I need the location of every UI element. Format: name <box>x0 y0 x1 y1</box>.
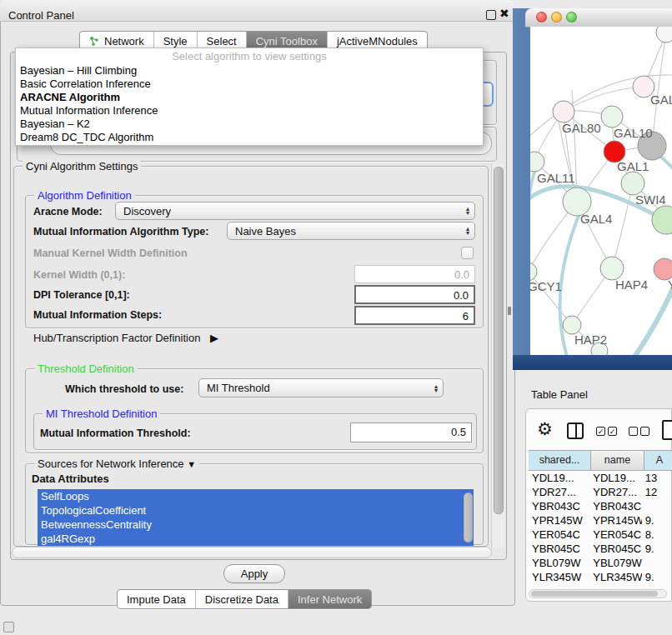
close-traffic-light-icon[interactable] <box>536 12 547 22</box>
tab-impute-data[interactable]: Impute Data <box>118 590 196 608</box>
network-edge-highlighted[interactable] <box>619 283 672 355</box>
table-row[interactable]: YLR345WYLR345W9. <box>529 570 672 584</box>
mi-steps-field[interactable]: 6 <box>354 306 475 325</box>
table-cell: YBL079W <box>589 556 642 570</box>
which-threshold-value: MI Threshold <box>207 382 270 394</box>
select-all-icon[interactable]: ✓✓ <box>596 427 617 436</box>
tab-label: Impute Data <box>127 593 186 606</box>
control-panel-titlebar <box>0 0 515 22</box>
mi-algorithm-type-combobox[interactable]: Naive Bayes ▴▾ <box>227 222 475 240</box>
attributes-scrollbar-thumb[interactable] <box>464 492 473 542</box>
table-cell: 9. <box>642 513 672 528</box>
network-node-gal10[interactable] <box>601 106 623 128</box>
manual-kernel-width-checkbox[interactable] <box>461 247 474 259</box>
table-cell: 13 <box>642 471 672 485</box>
tab-label: Network <box>104 35 144 48</box>
threshold-definition-title: Threshold Definition <box>34 362 138 375</box>
table-cell: 12 <box>642 485 672 499</box>
which-threshold-combobox[interactable]: MI Threshold ▴▾ <box>198 378 444 398</box>
aracne-mode-combobox[interactable]: Discovery ▴▾ <box>115 202 475 220</box>
algorithm-option-mutual-information-inference[interactable]: Mutual Information Inference <box>16 104 483 118</box>
table-row[interactable]: YIL052CYIL052C9 <box>529 584 672 588</box>
table-cell: YBR045C <box>589 542 642 556</box>
table-row[interactable]: YER054CYER054C8. <box>529 528 672 542</box>
attribute-item-gal4rgexp[interactable]: gal4RGexp <box>38 532 474 546</box>
mi-steps-label: Mutual Information Steps: <box>33 309 162 321</box>
table-cell: YDL19... <box>589 471 642 485</box>
network-node-hap2[interactable] <box>563 316 581 334</box>
data-attributes-list[interactable]: SelfLoopsTopologicalCoefficientBetweenne… <box>38 489 474 546</box>
tab-label: Select <box>207 35 237 48</box>
table-cell: YBR045C <box>529 542 589 556</box>
collapsed-panel-icon[interactable] <box>3 622 14 632</box>
minimize-traffic-light-icon[interactable] <box>551 12 562 22</box>
network-node-hap4[interactable] <box>600 257 624 280</box>
table-row[interactable]: YBR043CYBR043C <box>529 499 672 513</box>
column-header-shared[interactable]: shared... <box>529 450 591 471</box>
hub-definition-toggle[interactable]: Hub/Transcription Factor Definition ▶ <box>33 332 218 344</box>
table-cell: YIL052C <box>529 584 589 588</box>
node-label-gal1: GAL1 <box>617 159 649 173</box>
zoom-traffic-light-icon[interactable] <box>566 12 577 22</box>
node-label-gal80: GAL80 <box>562 121 601 135</box>
table-cell: YDR27... <box>589 485 642 499</box>
panel-splitter-handle[interactable] <box>508 307 511 315</box>
which-threshold-label: Which threshold to use: <box>65 383 183 395</box>
network-window-titlebar[interactable] <box>525 8 672 28</box>
close-icon[interactable]: ✖ <box>499 7 509 20</box>
settings-scrollbar-thumb[interactable] <box>494 167 504 514</box>
table-panel-title: Table Panel <box>531 388 588 401</box>
table-row[interactable]: YDR27...YDR27...12 <box>529 485 672 499</box>
dpi-tolerance-field[interactable]: 0.0 <box>354 285 475 304</box>
settings-scrollbar[interactable] <box>491 163 504 548</box>
manual-kernel-width-label: Manual Kernel Width Definition <box>33 248 188 259</box>
algorithm-option-basic-correlation-inference[interactable]: Basic Correlation Inference <box>16 78 483 91</box>
column-header-name[interactable]: name <box>591 450 644 471</box>
apply-button[interactable]: Apply <box>223 564 285 583</box>
cyni-algorithm-settings-title: Cyni Algorithm Settings <box>23 160 141 172</box>
network-canvas[interactable]: GAL7GAL80GAL10GAL1GAL11SWI4GAL4GCY1HAP4Y… <box>530 27 672 355</box>
document-icon[interactable] <box>662 420 672 440</box>
tab-label: jActiveMNodules <box>337 35 418 48</box>
settings-horizontal-scrollbar[interactable] <box>12 547 492 558</box>
network-node-swi4[interactable] <box>652 206 672 234</box>
network-graph[interactable]: GAL7GAL80GAL10GAL1GAL11SWI4GAL4GCY1HAP4Y… <box>530 27 672 355</box>
table-row[interactable]: YBL079WYBL079W <box>529 556 672 570</box>
attribute-item-selfloops[interactable]: SelfLoops <box>38 489 474 503</box>
mi-threshold-definition-title: MI Threshold Definition <box>43 408 160 420</box>
table-row[interactable]: YPR145WYPR145W9. <box>529 513 672 528</box>
network-frame-bottom-border <box>513 355 672 370</box>
float-window-icon[interactable] <box>486 10 496 20</box>
kernel-width-field[interactable]: 0.0 <box>354 265 475 283</box>
algorithm-option-bayesian-k2[interactable]: Bayesian – K2 <box>16 118 483 131</box>
mi-threshold-field[interactable]: 0.5 <box>350 422 472 442</box>
network-node[interactable] <box>656 27 672 42</box>
deselect-all-icon[interactable]: ✓✓ <box>629 427 649 436</box>
expand-arrow-icon[interactable]: ▶ <box>210 332 218 344</box>
tab-discretize-data[interactable]: Discretize Data <box>196 590 288 608</box>
mi-threshold-label: Mutual Information Threshold: <box>40 428 191 439</box>
algorithm-option-bayesian-hill-climbing[interactable]: Bayesian – Hill Climbing <box>16 64 483 78</box>
table-body: YDL19...YDL19...13YDR27...YDR27...12YBR0… <box>529 471 672 588</box>
network-edge[interactable] <box>564 87 644 112</box>
network-node[interactable] <box>621 172 644 195</box>
attribute-item-betweennesscentrality[interactable]: BetweennessCentrality <box>38 518 474 532</box>
tab-infer-network[interactable]: Infer Network <box>288 590 371 608</box>
table-hscrollbar-thumb[interactable] <box>531 591 658 597</box>
algorithm-option-dream8-dc-tdc-algorithm[interactable]: Dream8 DC_TDC Algorithm <box>16 131 483 144</box>
gear-icon[interactable]: ⚙ <box>537 419 553 439</box>
table-cell: YPR145W <box>529 513 589 528</box>
algorithm-option-aracne-algorithm[interactable]: ARACNE Algorithm <box>16 91 483 104</box>
network-node-gal80[interactable] <box>553 101 574 122</box>
table-cell <box>642 556 672 570</box>
table-row[interactable]: YBR045CYBR045C9. <box>529 542 672 556</box>
columns-icon[interactable] <box>567 422 584 439</box>
cyni-bottom-tabbar: Impute DataDiscretize DataInfer Network <box>117 589 372 609</box>
table-horizontal-scrollbar[interactable] <box>529 589 667 598</box>
attribute-item-topologicalcoefficient[interactable]: TopologicalCoefficient <box>38 503 474 518</box>
column-header-a[interactable]: A <box>644 450 672 471</box>
table-row[interactable]: YDL19...YDL19...13 <box>529 471 672 485</box>
table-cell: 9. <box>642 570 672 584</box>
collapse-arrow-icon[interactable]: ▼ <box>187 459 196 469</box>
network-node-gcy1[interactable] <box>530 262 537 281</box>
